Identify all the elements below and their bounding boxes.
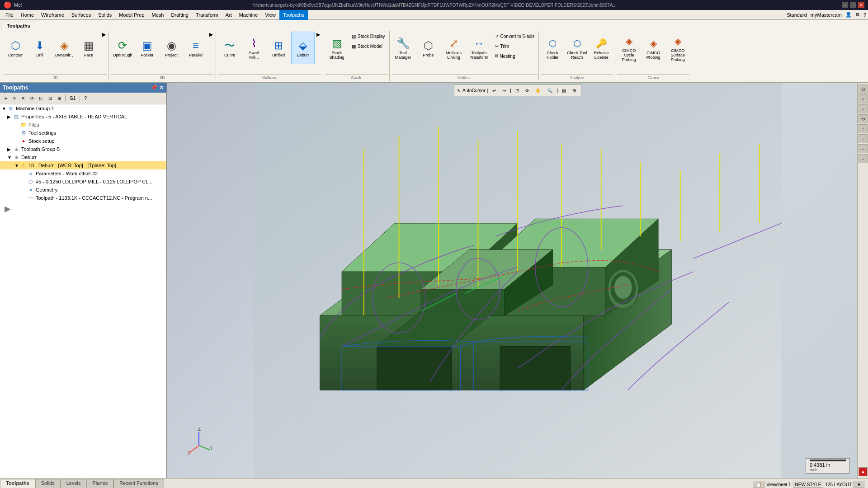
tree-properties[interactable]: ▶ ▤ Properties - 5 - AXIS TABLE - HEAD V… — [0, 113, 166, 121]
curve-button[interactable]: 〜 Curve — [218, 32, 241, 64]
tree-toolpath-group[interactable]: ▶ ⊞ Toolpath Group-5 — [0, 145, 166, 153]
view-rotate-button[interactable]: ⟳ — [523, 86, 531, 95]
stock-model-button[interactable]: ▩ Stock Model — [349, 42, 385, 51]
tab-solids[interactable]: Solids — [35, 479, 61, 488]
release-license-button[interactable]: 🔑 Release License — [590, 32, 613, 64]
post-button[interactable]: G1 — [67, 94, 78, 103]
check-tool-reach-button[interactable]: ⬡ Check Tool Reach — [565, 32, 589, 64]
new-toolpath-button[interactable]: + — [2, 94, 10, 103]
probe-button[interactable]: ⬡ Probe — [417, 32, 440, 64]
toolpath-transform-button[interactable]: ↔ Toolpath Transform — [467, 32, 491, 64]
tree-deburr[interactable]: ▼ ⊞ Deburr — [0, 153, 166, 161]
menu-file[interactable]: File — [2, 10, 17, 20]
menu-drafting[interactable]: Drafting — [167, 10, 192, 20]
tree-op-18[interactable]: ▼ ⚠ 18 - Deburr - [WCS: Top] - [Tplane: … — [0, 161, 166, 169]
tab-toolpaths[interactable]: Toolpaths — [1, 22, 36, 30]
redo-icon[interactable]: ↪ — [500, 86, 508, 95]
view-tool-4[interactable]: ⟲ — [859, 114, 868, 123]
tab-toolpaths[interactable]: Toolpaths — [0, 479, 35, 488]
panel-close-icon[interactable]: ✕ — [159, 84, 164, 91]
dynamic-button[interactable]: ◈ Dynamic , — [52, 32, 76, 64]
tab-planes[interactable]: Planes — [87, 479, 114, 488]
stock-display-button[interactable]: ▨ Stock Display — [349, 32, 387, 41]
face-button[interactable]: ▦ Face — [77, 32, 100, 64]
2d-expand-arrow[interactable]: ▶ — [101, 32, 107, 38]
zoom-fit-button[interactable]: ⊡ — [513, 86, 521, 95]
pocket-button[interactable]: ▣ Pocket — [135, 32, 159, 64]
menu-transform[interactable]: Transform — [192, 10, 222, 20]
tree-toolpath-nc[interactable]: 〰 Toolpath - 1133.1K - CCCACCT12.NC - Pr… — [0, 194, 166, 202]
check-holder-button[interactable]: ⬡ Check Holder — [541, 32, 564, 64]
menu-wireframe[interactable]: Wireframe — [38, 10, 68, 20]
maximize-button[interactable]: □ — [850, 2, 856, 8]
expand-op18[interactable]: ▼ — [14, 163, 20, 168]
tree-machine-group[interactable]: ▼ ⚙ Machine Group-1 — [0, 104, 166, 113]
tree-geometry[interactable]: ● Geometry — [0, 186, 166, 194]
tree-tool-settings[interactable]: ⚙ Tool settings — [0, 129, 166, 137]
settings-icon[interactable]: ⚙ — [855, 12, 860, 18]
drill-button[interactable]: ⬇ Drill — [28, 32, 52, 64]
help-button[interactable]: ? — [82, 94, 89, 103]
panel-pin-icon[interactable]: 📌 — [151, 84, 157, 91]
menu-solids[interactable]: Solids — [94, 10, 115, 20]
minimize-button[interactable]: ─ — [842, 2, 848, 8]
view-zoom-button[interactable]: 🔍 — [545, 86, 555, 95]
expand-machine-group[interactable]: ▼ — [2, 106, 7, 111]
menu-machine[interactable]: Machine — [236, 10, 262, 20]
menu-model-prep[interactable]: Model Prep — [115, 10, 148, 20]
close-button[interactable]: ✕ — [858, 2, 864, 8]
menu-art[interactable]: Art — [222, 10, 236, 20]
view-tool-7[interactable]: ← — [859, 144, 868, 153]
nesting-button[interactable]: ⧉ Nesting — [493, 52, 537, 61]
view-tool-5[interactable]: ↑ — [859, 124, 868, 133]
tool-manager-button[interactable]: 🔧 Tool Manager — [392, 32, 415, 64]
expand-toolpath-group[interactable]: ▶ — [7, 147, 13, 152]
tab-recent-functions[interactable]: Recent Functions — [113, 479, 164, 488]
stock-shading-button[interactable]: ▧ Stock Shading — [325, 32, 349, 64]
viewport[interactable]: ↖ AutoCursor | ↩ ↪ | ⊡ ⟳ ✋ 🔍 | ▤ ⊞ — [167, 83, 868, 478]
simulate-button[interactable]: ⊡ — [46, 94, 54, 103]
unified-button[interactable]: ⊞ Unified — [267, 32, 290, 64]
help-icon[interactable]: ? — [863, 12, 866, 18]
tab-levels[interactable]: Levels — [61, 479, 87, 488]
view-tool-8[interactable]: → — [859, 154, 868, 163]
convert-to-5axis-button[interactable]: ↗ Convert to 5-axis — [493, 32, 537, 41]
cimco-probing-button[interactable]: ◈ CIMCO Probing — [642, 32, 665, 64]
3d-expand-arrow[interactable]: ▶ — [208, 32, 214, 38]
deburr-button[interactable]: ⬙ Deburr — [291, 32, 315, 64]
view-tool-2[interactable]: + — [859, 94, 868, 103]
multiaxis-expand-arrow[interactable]: ▶ — [316, 32, 321, 38]
regen-button[interactable]: ⟳ — [28, 94, 36, 103]
grid-button[interactable]: ⊞ — [570, 86, 578, 95]
expand-deburr[interactable]: ▼ — [7, 155, 13, 160]
select-all-button[interactable]: ≡ — [11, 94, 18, 103]
menu-toolpaths[interactable]: Toolpaths — [279, 10, 308, 20]
view-tool-6[interactable]: ↓ — [859, 134, 868, 143]
cimco-cycle-probing-button[interactable]: ◈ CIMCO Cycle Probing — [617, 32, 641, 64]
backplot-button[interactable]: ⊞ — [55, 94, 63, 103]
multiaxis-linking-button[interactable]: ⤢ Multiaxis Linking — [442, 32, 466, 64]
view-tool-1[interactable]: ⊡ — [859, 84, 868, 94]
menu-surfaces[interactable]: Surfaces — [68, 10, 94, 20]
view-options-button[interactable]: ▤ — [560, 86, 568, 95]
menu-view[interactable]: View — [261, 10, 279, 20]
menu-mesh[interactable]: Mesh — [148, 10, 167, 20]
project-button[interactable]: ◉ Project — [160, 32, 183, 64]
tree-stock-setup[interactable]: ● Stock setup — [0, 137, 166, 145]
tree-parameters[interactable]: ≡ Parameters - Work offset #2 — [0, 169, 166, 178]
delete-button[interactable]: ✕ — [19, 94, 27, 103]
expand-properties[interactable]: ▶ — [7, 114, 13, 119]
play-button[interactable]: ▶ — [5, 204, 11, 214]
trim-button[interactable]: ✂ Trim — [493, 42, 537, 51]
layout-expand[interactable]: ▼ — [854, 481, 864, 488]
menu-home[interactable]: Home — [17, 10, 38, 20]
tree-files[interactable]: 📁 Files — [0, 121, 166, 129]
swarf-mill-button[interactable]: ⌇ Swarf Mill... — [242, 32, 266, 64]
viewsheet-button[interactable]: 📋 — [753, 481, 764, 488]
cimco-surface-probing-button[interactable]: ◈ CIMCO Surface Probing — [666, 32, 689, 64]
view-pan-button[interactable]: ✋ — [533, 86, 543, 95]
undo-icon[interactable]: ↩ — [490, 86, 498, 95]
optirough-button[interactable]: ⟳ OptiRough — [111, 32, 134, 64]
view-tool-red[interactable]: ● — [859, 467, 868, 476]
view-tool-3[interactable]: - — [859, 104, 868, 113]
